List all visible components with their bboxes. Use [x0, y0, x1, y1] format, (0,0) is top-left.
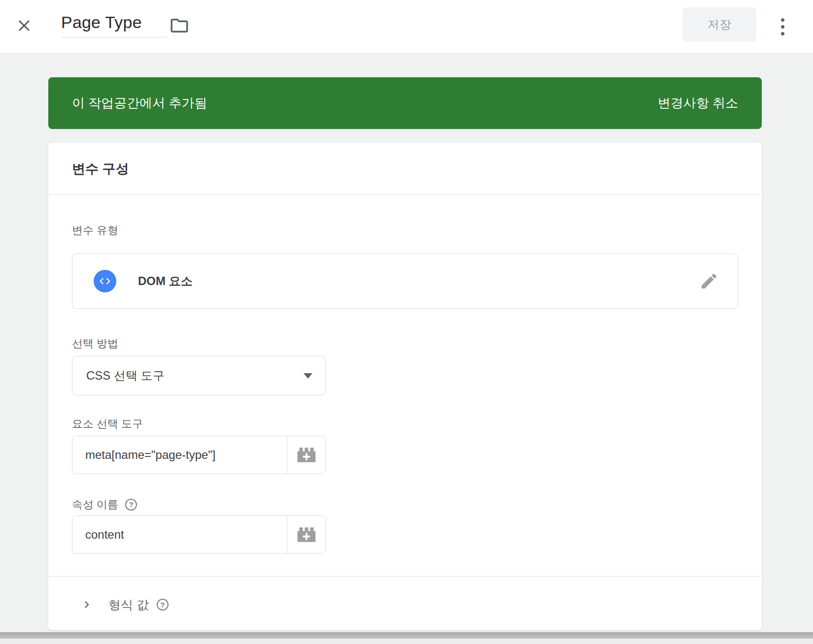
help-icon[interactable]: ?	[125, 499, 137, 511]
edit-variable-type-button[interactable]	[698, 270, 720, 292]
close-button[interactable]	[14, 15, 34, 36]
kebab-icon	[781, 18, 784, 22]
dropdown-arrow-icon	[304, 373, 312, 379]
edit-icon	[699, 271, 719, 291]
format-value-toggle[interactable]: 형식 값 ?	[72, 593, 738, 616]
variable-type-label: 변수 유형	[72, 224, 738, 237]
insert-variable-button[interactable]	[287, 516, 325, 553]
variable-type-value: DOM 요소	[138, 273, 193, 289]
attribute-name-input[interactable]: content	[72, 516, 287, 553]
workspace-banner: 이 작업공간에서 추가됨 변경사항 취소	[48, 77, 762, 129]
selection-method-label: 선택 방법	[72, 337, 738, 350]
folder-button[interactable]	[169, 15, 190, 36]
save-button[interactable]: 저장	[682, 7, 756, 42]
code-icon	[94, 270, 116, 292]
section-divider	[48, 576, 762, 577]
card-title: 변수 구성	[72, 160, 129, 178]
close-icon	[15, 16, 34, 35]
insert-variable-button[interactable]	[287, 436, 325, 474]
gtm-variable-editor: Page Type 저장 이 작업공간에서 추가됨 변경사항 취소 변수 구성 …	[0, 0, 813, 53]
card-body: 변수 유형 DOM 요소 선택 방법 CSS 선택 도구	[48, 224, 762, 616]
discard-changes-link[interactable]: 변경사항 취소	[658, 95, 738, 112]
variable-config-card: 변수 구성 변수 유형 DOM 요소 선택 방법	[48, 143, 762, 630]
card-title-row: 변수 구성	[48, 143, 762, 195]
bottom-gutter	[0, 639, 813, 644]
attribute-name-group: content	[72, 515, 326, 554]
banner-message: 이 작업공간에서 추가됨	[72, 95, 207, 112]
help-icon[interactable]: ?	[157, 599, 169, 611]
variable-name-field[interactable]: Page Type	[61, 13, 168, 37]
app-header: Page Type 저장	[0, 0, 813, 53]
page-title: Page Type	[61, 13, 142, 32]
more-menu-button[interactable]	[773, 13, 792, 40]
attribute-name-label: 속성 이름	[72, 498, 118, 511]
variable-brick-icon	[296, 444, 317, 466]
bottom-scrollbar[interactable]	[0, 632, 813, 639]
element-selector-label: 요소 선택 도구	[72, 418, 738, 430]
element-selector-input[interactable]: meta[name="page-type"]	[72, 436, 287, 474]
chevron-right-icon	[80, 598, 94, 612]
selection-method-value: CSS 선택 도구	[86, 368, 165, 384]
selection-method-dropdown[interactable]: CSS 선택 도구	[72, 356, 326, 395]
folder-icon	[169, 15, 190, 36]
variable-brick-icon	[296, 524, 317, 546]
format-value-label: 형식 값	[108, 597, 149, 613]
element-selector-group: meta[name="page-type"]	[72, 436, 326, 474]
variable-type-selector[interactable]: DOM 요소	[72, 254, 738, 309]
attribute-name-label-row: 속성 이름 ?	[72, 498, 738, 511]
